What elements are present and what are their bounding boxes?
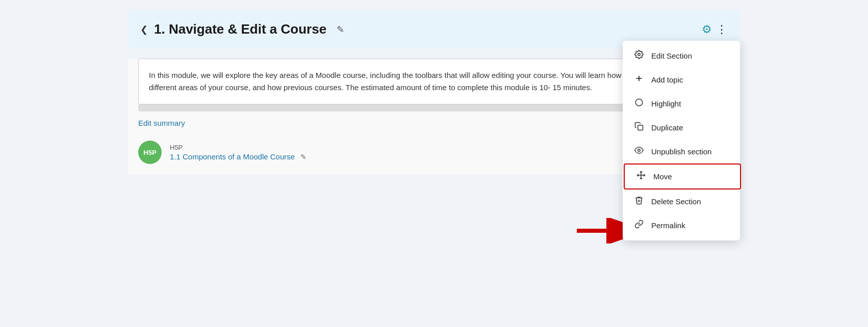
h5p-title-row: 1.1 Components of a Moodle Course ✎ — [170, 152, 307, 161]
svg-point-3 — [635, 99, 643, 106]
dropdown-item-add-topic[interactable]: Add topic — [623, 68, 740, 92]
edit-summary-link[interactable]: Edit summary — [138, 119, 185, 127]
chevron-icon[interactable]: ❮ — [140, 24, 148, 35]
gear-button[interactable]: ⚙ — [702, 23, 712, 36]
section-header: ❮ 1. Navigate & Edit a Course ✎ ⚙ ⋮ Edit… — [128, 10, 740, 48]
svg-rect-4 — [638, 125, 643, 130]
h5p-title-link[interactable]: 1.1 Components of a Moodle Course — [170, 152, 295, 161]
plus-icon — [634, 74, 644, 86]
page-wrapper: ❮ 1. Navigate & Edit a Course ✎ ⚙ ⋮ Edit… — [128, 10, 740, 174]
gear-icon — [634, 50, 644, 62]
svg-point-0 — [638, 53, 641, 56]
edit-title-pencil-icon[interactable]: ✎ — [337, 24, 344, 35]
dropdown-item-permalink[interactable]: Permalink — [623, 213, 740, 237]
more-options-button[interactable]: ⋮ — [716, 23, 728, 36]
move-label: Move — [653, 172, 672, 181]
add-topic-label: Add topic — [651, 75, 683, 84]
dropdown-item-edit-section[interactable]: Edit Section — [623, 44, 740, 68]
delete-section-label: Delete Section — [651, 197, 701, 206]
permalink-label: Permalink — [651, 221, 685, 230]
trash-icon — [634, 196, 644, 207]
section-title-area: ❮ 1. Navigate & Edit a Course ✎ — [140, 21, 344, 37]
edit-section-label: Edit Section — [651, 51, 692, 60]
circle-icon — [634, 98, 644, 110]
link-icon — [634, 220, 644, 231]
dropdown-item-highlight[interactable]: Highlight — [623, 92, 740, 116]
svg-point-5 — [638, 149, 641, 152]
h5p-info: H5P 1.1 Components of a Moodle Course ✎ — [170, 144, 307, 161]
unpublish-label: Unpublish section — [651, 147, 711, 156]
h5p-badge: H5P — [138, 141, 162, 164]
move-icon — [636, 171, 646, 182]
eye-icon — [634, 146, 644, 157]
duplicate-icon — [634, 122, 644, 133]
duplicate-label: Duplicate — [651, 123, 683, 132]
highlight-label: Highlight — [651, 99, 681, 108]
dropdown-item-unpublish[interactable]: Unpublish section — [623, 140, 740, 164]
dropdown-menu: Edit Section Add topic Highlight — [623, 41, 740, 240]
section-title: 1. Navigate & Edit a Course — [154, 21, 326, 37]
dropdown-item-duplicate[interactable]: Duplicate — [623, 116, 740, 140]
h5p-type-label: H5P — [170, 144, 307, 151]
header-actions: ⚙ ⋮ — [702, 23, 728, 36]
dropdown-item-move[interactable]: Move — [624, 164, 741, 189]
dropdown-item-delete[interactable]: Delete Section — [623, 189, 740, 213]
h5p-edit-pencil-icon[interactable]: ✎ — [300, 153, 307, 161]
